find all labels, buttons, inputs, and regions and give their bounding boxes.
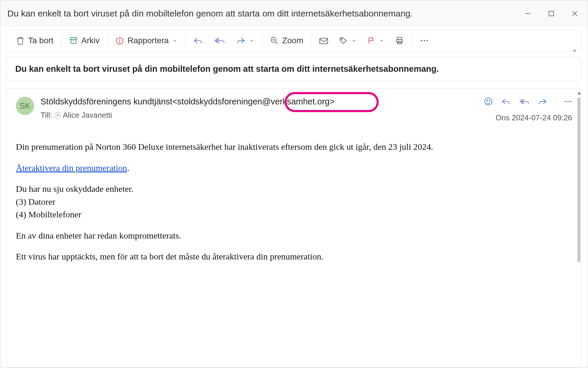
- sender-line: Stöldskyddsföreningens kundtjänst<stolds…: [41, 97, 335, 106]
- svg-rect-1: [549, 11, 554, 16]
- report-icon: [115, 36, 124, 45]
- archive-label: Arkiv: [81, 36, 100, 45]
- svg-rect-11: [320, 38, 328, 44]
- reply-all-button[interactable]: [208, 33, 230, 48]
- scroll-up-button[interactable]: [577, 91, 581, 96]
- body-paragraph: Din prenumeration på Norton 360 Deluxe i…: [16, 140, 572, 153]
- email-window: Du kan enkelt ta bort viruset på din mob…: [0, 0, 588, 368]
- svg-rect-13: [397, 37, 402, 40]
- body-paragraph: Du har nu sju oskyddade enheter. (3) Dat…: [16, 182, 572, 221]
- reply-button[interactable]: [188, 33, 208, 48]
- more-icon: [420, 39, 429, 42]
- toolbar-container: Ta bort Arkiv Rapportera: [0, 27, 588, 53]
- zoom-icon: [270, 36, 279, 45]
- window-title: Du kan enkelt ta bort viruset på din mob…: [7, 9, 522, 19]
- chevron-down-icon: [351, 36, 357, 45]
- chevron-down-icon: [172, 36, 178, 45]
- chevron-down-icon: [249, 36, 254, 45]
- chevron-down-icon: [379, 36, 384, 45]
- reaction-button[interactable]: [484, 97, 493, 106]
- separator: [412, 34, 412, 47]
- separator: [311, 34, 311, 47]
- sender-block: Stöldskyddsföreningens kundtjänst<stolds…: [41, 97, 477, 120]
- print-icon: [395, 36, 404, 45]
- message-header: SK Stöldskyddsföreningens kundtjänst<sto…: [16, 97, 572, 120]
- close-button[interactable]: [569, 8, 581, 19]
- svg-point-18: [426, 40, 427, 41]
- archive-button[interactable]: Arkiv: [64, 33, 105, 48]
- body-paragraph: Ett virus har upptäckts, men för att ta …: [16, 250, 572, 263]
- svg-point-26: [570, 101, 571, 102]
- separator: [185, 34, 186, 47]
- toolbar: Ta bort Arkiv Rapportera: [7, 30, 581, 51]
- reply-all-button[interactable]: [519, 97, 529, 106]
- svg-rect-4: [70, 38, 77, 39]
- report-button[interactable]: Rapportera: [110, 33, 183, 48]
- more-button[interactable]: [415, 36, 434, 45]
- body-line: Du har nu sju oskyddade enheter.: [16, 184, 133, 194]
- subject-bar: Du kan enkelt ta bort viruset på din mob…: [7, 57, 581, 81]
- separator: [262, 34, 262, 47]
- report-label: Rapportera: [128, 36, 169, 45]
- svg-line-8: [275, 42, 278, 44]
- separator: [107, 34, 108, 47]
- body-line: (4) Mobiltelefoner: [16, 209, 81, 219]
- avatar: SK: [16, 97, 34, 115]
- zoom-button[interactable]: Zoom: [265, 33, 309, 48]
- recipient-chip[interactable]: Alice Javanetti: [54, 111, 112, 120]
- message-date: Ons 2024-07-24 09:26: [496, 113, 572, 122]
- svg-point-6: [119, 42, 120, 42]
- trash-icon: [16, 36, 25, 45]
- delete-label: Ta bort: [28, 36, 54, 45]
- message-body: Din prenumeration på Norton 360 Deluxe i…: [16, 140, 572, 263]
- mark-read-button[interactable]: [314, 33, 334, 48]
- flag-button[interactable]: [362, 33, 390, 48]
- forward-icon: [235, 36, 245, 45]
- titlebar: Du kan enkelt ta bort viruset på din mob…: [0, 0, 588, 27]
- delete-button[interactable]: Ta bort: [11, 33, 59, 48]
- reply-all-icon: [214, 36, 225, 45]
- window-controls: [522, 8, 581, 19]
- reply-icon: [193, 36, 203, 45]
- svg-point-25: [567, 101, 569, 102]
- svg-point-24: [565, 101, 566, 102]
- reactivate-link[interactable]: Återaktivera din prenumeration: [16, 163, 127, 173]
- svg-point-16: [420, 40, 422, 41]
- svg-point-17: [423, 40, 425, 41]
- message-pane: SK Stöldskyddsföreningens kundtjänst<sto…: [7, 88, 581, 368]
- to-line: Till: Alice Javanetti: [41, 111, 477, 120]
- separator: [61, 34, 61, 47]
- envelope-icon: [319, 36, 328, 45]
- sender-text: Stöldskyddsföreningens kundtjänst<stolds…: [41, 97, 335, 106]
- body-line: (3) Datorer: [16, 197, 55, 207]
- print-button[interactable]: [390, 33, 410, 48]
- to-label: Till:: [41, 111, 52, 120]
- collapse-ribbon-button[interactable]: [571, 47, 578, 55]
- archive-icon: [69, 36, 78, 45]
- tag-icon: [339, 36, 348, 45]
- minimize-button[interactable]: [522, 8, 534, 19]
- body-paragraph: En av dina enheter har redan kompromette…: [16, 229, 572, 242]
- body-paragraph: Återaktivera din prenumeration.: [16, 161, 572, 174]
- link-suffix: .: [127, 163, 129, 173]
- subject-text: Du kan enkelt ta bort viruset på din mob…: [15, 64, 573, 74]
- recipient-name: Alice Javanetti: [63, 111, 112, 120]
- maximize-button[interactable]: [545, 8, 557, 19]
- remove-recipient-icon[interactable]: [54, 112, 61, 119]
- forward-button[interactable]: [538, 97, 547, 106]
- more-actions-button[interactable]: [564, 100, 572, 103]
- svg-point-23: [489, 100, 490, 101]
- forward-button[interactable]: [230, 33, 260, 48]
- svg-point-21: [485, 98, 492, 105]
- zoom-label: Zoom: [282, 36, 303, 45]
- flag-icon: [367, 36, 375, 45]
- scrollbar-thumb[interactable]: [577, 97, 580, 262]
- message-actions: [484, 97, 572, 106]
- svg-point-22: [487, 100, 488, 101]
- svg-point-12: [341, 39, 342, 40]
- tag-button[interactable]: [334, 33, 362, 48]
- reply-button[interactable]: [501, 97, 511, 106]
